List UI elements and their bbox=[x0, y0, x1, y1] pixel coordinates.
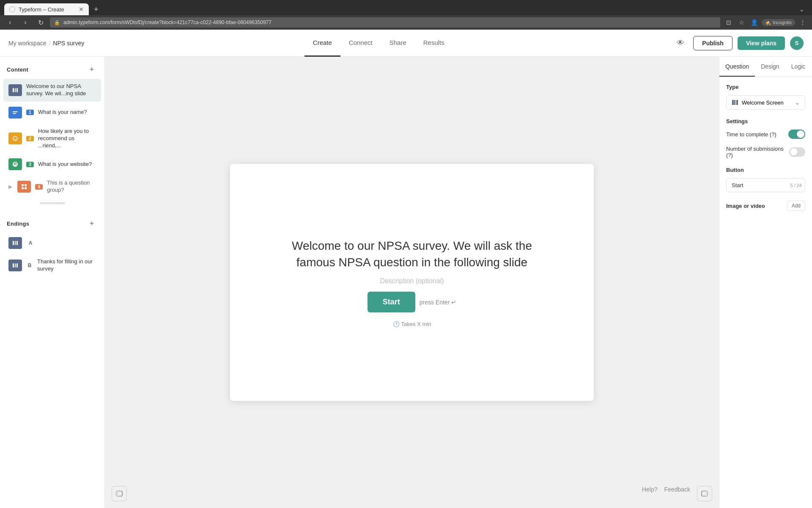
settings-section-title: Settings bbox=[726, 118, 805, 124]
q2-badge: 2 bbox=[26, 136, 34, 141]
svg-rect-7 bbox=[22, 184, 24, 186]
forward-button[interactable]: › bbox=[19, 17, 31, 28]
svg-rect-11 bbox=[13, 241, 14, 245]
clock-icon: 🕐 bbox=[393, 321, 400, 327]
start-button[interactable]: Start bbox=[368, 292, 415, 312]
svg-rect-21 bbox=[732, 100, 734, 105]
menu-icon[interactable]: ⋮ bbox=[798, 17, 808, 28]
url-text: admin.typeform.com/form/sWDtsfDj/create?… bbox=[63, 19, 272, 25]
sidebar-item-q3[interactable]: 3 What is your website? bbox=[3, 154, 101, 174]
new-tab-button[interactable]: + bbox=[91, 3, 102, 15]
q4-row: 4 bbox=[35, 184, 43, 190]
reload-button[interactable]: ↻ bbox=[35, 17, 47, 28]
toggle-right-panel-button[interactable] bbox=[697, 486, 712, 501]
press-text: press Enter bbox=[420, 299, 450, 306]
num-submissions-label: Number of submissions (?) bbox=[726, 146, 789, 158]
tab-create[interactable]: Create bbox=[304, 30, 340, 57]
svg-rect-22 bbox=[734, 100, 735, 105]
help-link[interactable]: Help? bbox=[642, 486, 658, 501]
ending-a-letter: A bbox=[26, 240, 35, 246]
tab-share[interactable]: Share bbox=[381, 30, 415, 57]
lock-icon: 🔒 bbox=[54, 20, 60, 25]
settings-item-time: Time to complete (?) bbox=[726, 130, 805, 139]
sidebar-item-q4[interactable]: ▶ 4 This is a question group? bbox=[3, 175, 101, 198]
canvas-frame: Welcome to our NPSA survey. We will ask … bbox=[230, 164, 594, 401]
ending-b-letter: B bbox=[26, 262, 33, 268]
toggle-sidebar-button[interactable] bbox=[112, 486, 127, 501]
canvas-main-text[interactable]: Welcome to our NPSA survey. We will ask … bbox=[285, 237, 539, 271]
panel-tab-question[interactable]: Question bbox=[719, 57, 755, 77]
browser-chrome: Typeform – Create ✕ + ⌄ ‹ › ↻ 🔒 admin.ty… bbox=[0, 0, 812, 30]
app-header: My workspace / NPS survey Create Connect… bbox=[0, 30, 812, 57]
q1-icon bbox=[8, 107, 22, 119]
active-tab[interactable]: Typeform – Create ✕ bbox=[4, 3, 89, 15]
q3-row: 3 bbox=[26, 162, 34, 167]
view-plans-button[interactable]: View plans bbox=[738, 36, 785, 50]
tab-connect[interactable]: Connect bbox=[340, 30, 381, 57]
add-media-button[interactable]: Add bbox=[787, 201, 805, 211]
num-submissions-toggle[interactable] bbox=[789, 147, 805, 157]
panel-tab-logic[interactable]: Logic bbox=[785, 57, 811, 77]
workspace-link[interactable]: My workspace bbox=[8, 40, 46, 47]
panel-tab-design[interactable]: Design bbox=[755, 57, 785, 77]
profile-icon[interactable]: 👤 bbox=[749, 17, 759, 28]
canvas-description-placeholder[interactable]: Description (optional) bbox=[380, 277, 444, 285]
add-ending-button[interactable]: + bbox=[86, 218, 98, 229]
settings-section: Settings Time to complete (?) Number of … bbox=[726, 118, 805, 158]
type-select[interactable]: Welcome Screen ⌄ bbox=[726, 95, 805, 110]
sidebar: Content + Welcome to our NPSA survey. We… bbox=[0, 57, 105, 508]
svg-rect-12 bbox=[15, 241, 16, 245]
feedback-link[interactable]: Feedback bbox=[664, 486, 690, 501]
time-to-complete-label: Time to complete (?) bbox=[726, 131, 776, 138]
q1-badge: 1 bbox=[26, 110, 34, 115]
address-bar[interactable]: 🔒 admin.typeform.com/form/sWDtsfDj/creat… bbox=[50, 17, 720, 28]
incognito-label: Incognito bbox=[773, 20, 792, 25]
tab-favicon bbox=[9, 6, 15, 12]
sidebar-item-q2[interactable]: ☺ 2 How likely are you to recommend us .… bbox=[3, 124, 101, 154]
canvas-bottom-bar: Help? Feedback bbox=[112, 486, 712, 501]
chevron-down-icon: ⌄ bbox=[795, 99, 800, 106]
svg-rect-23 bbox=[736, 100, 738, 105]
enter-symbol: ↵ bbox=[451, 299, 456, 306]
welcome-icon bbox=[8, 84, 22, 96]
publish-button[interactable]: Publish bbox=[693, 36, 732, 50]
type-section-title: Type bbox=[726, 84, 805, 90]
endings-section-header: Endings + bbox=[0, 211, 104, 233]
takes-time-text: 🕐 Takes X min bbox=[393, 321, 431, 327]
q1-text: What is your name? bbox=[38, 109, 87, 116]
svg-rect-0 bbox=[13, 88, 14, 92]
canvas-footer-links: Help? Feedback bbox=[642, 486, 712, 501]
sidebar-item-ending-a[interactable]: A bbox=[3, 233, 101, 253]
breadcrumb-separator: / bbox=[49, 40, 50, 47]
svg-rect-1 bbox=[15, 88, 16, 92]
svg-text:☺: ☺ bbox=[14, 137, 17, 141]
preview-button[interactable]: 👁 bbox=[673, 36, 688, 51]
form-name[interactable]: NPS survey bbox=[53, 40, 84, 47]
q2-text: How likely are you to recommend us ...ri… bbox=[38, 128, 96, 149]
content-section-header: Content + bbox=[0, 57, 104, 79]
ending-b-text: Thanks for filling in our survey bbox=[37, 258, 96, 273]
button-section-title: Button bbox=[726, 167, 805, 173]
svg-rect-10 bbox=[25, 187, 27, 189]
q4-expand-icon: ▶ bbox=[8, 184, 12, 190]
user-avatar[interactable]: S bbox=[790, 36, 804, 50]
right-panel: Question Design Logic ⚙ Type Welcome Scr… bbox=[719, 57, 812, 508]
q2-icon: ☺ bbox=[8, 133, 22, 144]
svg-rect-13 bbox=[16, 241, 18, 245]
tab-close-button[interactable]: ✕ bbox=[79, 6, 84, 13]
bookmark-icon[interactable]: ☆ bbox=[736, 17, 746, 28]
tab-results[interactable]: Results bbox=[415, 30, 453, 57]
add-content-button[interactable]: + bbox=[86, 64, 98, 75]
tab-strip-more[interactable]: ⌄ bbox=[796, 3, 808, 15]
q3-badge: 3 bbox=[26, 162, 34, 167]
svg-rect-3 bbox=[13, 111, 18, 112]
back-button[interactable]: ‹ bbox=[4, 17, 16, 28]
svg-rect-9 bbox=[22, 187, 24, 189]
image-section-header: Image or video Add bbox=[726, 201, 805, 211]
sidebar-item-ending-b[interactable]: B Thanks for filling in our survey bbox=[3, 254, 101, 277]
tab-title: Typeform – Create bbox=[19, 6, 64, 13]
sidebar-item-q1[interactable]: 1 What is your name? bbox=[3, 102, 101, 123]
sidebar-item-welcome[interactable]: Welcome to our NPSA survey. We wil...ing… bbox=[3, 79, 101, 102]
cast-icon[interactable]: ⊡ bbox=[724, 17, 734, 28]
time-to-complete-toggle[interactable] bbox=[788, 130, 805, 139]
